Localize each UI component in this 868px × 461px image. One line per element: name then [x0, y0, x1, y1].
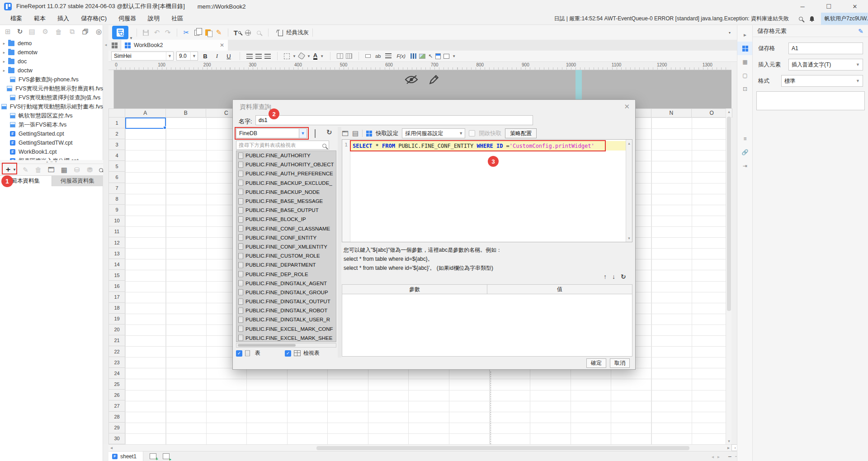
sql-editor[interactable]: 1 SELECT * FROM PUBLIC.FINE_CONF_ENTITY …	[342, 139, 632, 242]
tree-item-cpt[interactable]: FWorkBook1.cpt	[0, 147, 103, 156]
table-search-icon[interactable]	[322, 142, 326, 149]
add-chart-sheet-icon[interactable]	[163, 453, 170, 459]
widget-insert-icon[interactable]	[435, 53, 441, 59]
unmerge-cells-icon[interactable]	[346, 53, 352, 59]
blue-config-icon[interactable]	[366, 131, 372, 136]
table-list-hscrollbar[interactable]	[236, 343, 336, 348]
rename-icon[interactable]: ▤	[28, 27, 36, 37]
expand-arrow-icon[interactable]: ▸	[0, 41, 8, 46]
sidebar-collapse-strip[interactable]: ◂	[103, 25, 108, 444]
find-replace-icon[interactable]: T	[232, 28, 243, 38]
tree-item-folder[interactable]: ▸demo	[0, 39, 103, 48]
show-views-checkbox[interactable]: ✓	[285, 350, 291, 357]
cell-content-textarea[interactable]	[756, 91, 865, 110]
condition-attr-icon[interactable]: ≡	[737, 132, 753, 146]
edit-pencil-icon[interactable]: ✎	[858, 28, 863, 35]
tree-item-fvs[interactable]: FVS實現動態選擇列並查詢值.fvs	[0, 93, 103, 102]
save-icon[interactable]	[141, 28, 151, 38]
hide-preview-icon[interactable]	[405, 75, 418, 86]
row-header-23[interactable]: 23	[108, 357, 125, 368]
param-move-down-icon[interactable]: ↓	[612, 273, 615, 280]
tab-workbook2[interactable]: WorkBook2 ✕	[121, 40, 228, 51]
table-list-item[interactable]: PUBLIC.FINE_BASE_OUTPUT	[236, 206, 336, 215]
row-header-2[interactable]: 2	[108, 128, 125, 139]
scroll-right-icon[interactable]: ▸	[727, 445, 730, 450]
row-header-26[interactable]: 26	[108, 390, 125, 400]
table-list-item[interactable]: PUBLIC.FINE_DINGTALK_OUTPUT	[236, 297, 336, 306]
param-move-up-icon[interactable]: ↑	[604, 273, 607, 280]
db-run-icon[interactable]: ⛁	[73, 165, 81, 175]
align-left-icon[interactable]	[246, 54, 253, 59]
new-template-button[interactable]	[108, 40, 121, 51]
h-scroll-thumb[interactable]	[316, 446, 689, 450]
cell-element-panel-icon[interactable]	[737, 42, 753, 55]
row-header-9[interactable]: 9	[108, 205, 125, 216]
shape-insert-icon[interactable]	[443, 54, 449, 59]
copy-icon[interactable]	[192, 28, 203, 38]
italic-button[interactable]: I	[212, 52, 222, 60]
border-caret[interactable]: ▼	[292, 54, 296, 58]
table-list-item[interactable]: PUBLIC.FINE_AUTHORITY	[236, 151, 336, 160]
connection-select[interactable]: FineDB	[236, 128, 299, 138]
row-header-1[interactable]: 1	[108, 118, 125, 128]
tree-item-fvs[interactable]: 第一張FVS範本.fvs	[0, 120, 103, 129]
expand-arrow-icon[interactable]: ▸	[0, 50, 8, 55]
page-prev-icon[interactable]: ◂	[712, 454, 714, 459]
tree-item-fvs[interactable]: FVS行動端實現動態顯示絕對畫布.fvs	[0, 102, 103, 111]
delete-icon[interactable]: 🗑	[54, 27, 63, 37]
table-list-item[interactable]: PUBLIC.FINE_CUSTOM_ROLE	[236, 251, 336, 260]
table-list-item[interactable]: PUBLIC.FINE_DINGTALK_ROBOT	[236, 306, 336, 315]
table-list-item[interactable]: PUBLIC.FINE_DINGTALK_AGENT	[236, 279, 336, 288]
font-size-select[interactable]: 9.0▼	[176, 52, 198, 61]
web-attributes-icon[interactable]	[243, 28, 254, 38]
row-header-28[interactable]: 28	[108, 412, 125, 423]
font-family-select[interactable]: SimHei▼	[111, 52, 174, 61]
ok-button[interactable]: 確定	[586, 358, 606, 368]
undo-icon[interactable]: ↶	[151, 28, 162, 38]
row-header-13[interactable]: 13	[108, 248, 125, 259]
table-list-item[interactable]: PUBLIC.FINE_DINGTALK_GROUP	[236, 288, 336, 297]
cancel-button[interactable]: 取消	[610, 358, 630, 368]
row-header-27[interactable]: 27	[108, 400, 125, 411]
edit-pane-pencil-icon[interactable]	[428, 74, 440, 87]
row-header-21[interactable]: 21	[108, 335, 125, 346]
table-list-item[interactable]: PUBLIC.FINE_BACKUP_EXCLUDE_	[236, 179, 336, 188]
rich-text-icon[interactable]	[385, 53, 392, 59]
edit-dataset-icon[interactable]: ✎	[22, 165, 29, 175]
refresh-icon[interactable]: ↻	[17, 28, 23, 36]
horizontal-scrollbar[interactable]: ◂ ▸	[108, 444, 731, 451]
merge-cells-icon[interactable]	[337, 53, 343, 59]
strategy-config-button[interactable]: 策略配置	[505, 128, 537, 138]
redo-icon[interactable]: ↷	[162, 28, 173, 38]
dialog-splitter[interactable]	[338, 127, 341, 358]
delete-dataset-icon[interactable]: 🗑	[34, 165, 42, 175]
zoom-out-icon[interactable]: −	[728, 453, 731, 460]
table-list-item[interactable]: PUBLIC.FINE_BASE_MESSAGE	[236, 197, 336, 206]
menu-item-6[interactable]: 社區	[165, 13, 189, 24]
table-edit-icon[interactable]: ▦	[60, 165, 68, 175]
table-list-item[interactable]: PUBLIC.FINE_AUTH_PREFERENCE	[236, 169, 336, 178]
tree-item-folder[interactable]: ▸demotw	[0, 48, 103, 57]
underline-button[interactable]: U	[224, 53, 233, 60]
textbox-widget-icon[interactable]	[365, 54, 371, 58]
locate-icon[interactable]: ◎	[94, 27, 103, 37]
cut-icon[interactable]: ✂	[181, 28, 192, 38]
tab-close-icon[interactable]: ✕	[220, 42, 224, 48]
row-header-29[interactable]: 29	[108, 423, 125, 433]
scroll-up-icon[interactable]: ▴	[726, 109, 732, 114]
widget-settings-icon[interactable]: ⊡	[737, 82, 753, 96]
table-list-item[interactable]: PUBLIC.FINE_BACKUP_NODE	[236, 188, 336, 197]
cache-mode-select[interactable]: 採用伺服器設定▼	[402, 128, 465, 138]
pointer-icon[interactable]: ↖	[428, 53, 433, 59]
db-remove-icon[interactable]: ⛃	[86, 165, 94, 175]
format-painter-icon[interactable]: ✎	[213, 28, 224, 38]
row-header-14[interactable]: 14	[108, 259, 125, 270]
menu-item-4[interactable]: 伺服器	[113, 13, 142, 24]
bold-button[interactable]: B	[201, 53, 210, 60]
table-list-item[interactable]: PUBLIC.FINE_DEP_ROLE	[236, 269, 336, 278]
column-header-N[interactable]: N	[651, 108, 692, 118]
menu-item-0[interactable]: 檔案	[5, 13, 28, 24]
font-color-icon[interactable]: A	[313, 52, 317, 60]
expand-arrow-icon[interactable]: ▸	[0, 59, 8, 64]
v-scroll-thumb[interactable]	[727, 117, 731, 311]
